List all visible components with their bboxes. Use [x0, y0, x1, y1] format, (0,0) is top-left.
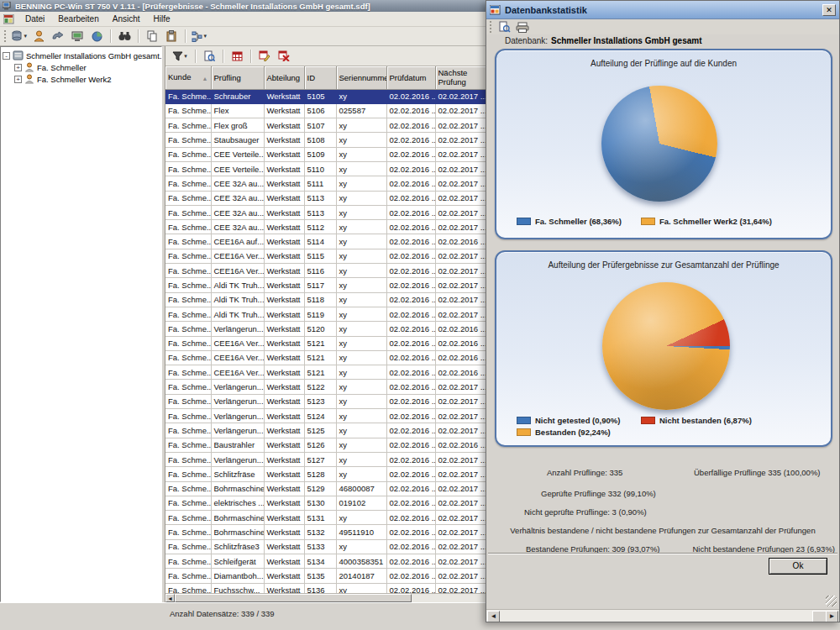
mdi-child-icon[interactable]: [3, 14, 14, 24]
table-row[interactable]: Fa. Schme...BaustrahlerWerkstatt5126xy02…: [165, 438, 493, 452]
scrollbar-thumb[interactable]: [175, 594, 412, 602]
table-cell: 02.02.2017 ...: [435, 264, 493, 278]
table-row[interactable]: Fa. Schme...CEE16A Ver...Werkstatt5121xy…: [165, 350, 493, 365]
column-header-id[interactable]: ID: [304, 66, 336, 89]
table-cell: Werkstatt: [264, 89, 304, 103]
table-cell: Fa. Schme...: [165, 380, 211, 394]
table-row[interactable]: Fa. Schme...CEE 32A au...Werkstatt5113xy…: [165, 205, 493, 219]
expand-box-icon[interactable]: +: [14, 76, 22, 83]
window-title: BENNING PC-Win ST 750 V 1.11 - [Prüferge…: [15, 2, 370, 11]
hierarchy-filter-icon[interactable]: ▾: [191, 29, 207, 45]
toolbar-grip[interactable]: [490, 21, 492, 33]
menu-datei[interactable]: Datei: [19, 13, 50, 25]
table-cell: Werkstatt: [264, 350, 304, 365]
calendar-edit-icon[interactable]: [256, 48, 273, 64]
user-icon[interactable]: [30, 29, 47, 45]
table-row[interactable]: Fa. Schme...BohrmaschineWerkstatt5129468…: [165, 481, 493, 496]
toolbar-separator: [110, 29, 111, 43]
table-row[interactable]: Fa. Schme...FlexWerkstatt510602558702.02…: [165, 103, 493, 118]
table-cell: xy: [336, 133, 386, 147]
toolbar-separator: [195, 50, 196, 63]
table-row[interactable]: Fa. Schme...Flex großWerkstatt5107xy02.0…: [165, 118, 493, 133]
table-cell: Fa. Schme...: [165, 220, 211, 234]
table-row[interactable]: Fa. Schme...CEE16A auf...Werkstatt5114xy…: [165, 234, 493, 249]
table-row[interactable]: Fa. Schme...BohrmaschineWerkstatt5132495…: [165, 525, 493, 539]
table-cell: xy: [336, 205, 386, 219]
table-cell: CEE16A Ver...: [211, 350, 264, 365]
table-row[interactable]: Fa. Schme...elektrisches ...Werkstatt513…: [165, 496, 493, 510]
column-header-kunde[interactable]: Kunde▲: [165, 66, 211, 89]
database-statistics-dialog: Datenbankstatistik ✕ Datenbank: Schmelle…: [486, 0, 840, 622]
table-cell: Werkstatt: [264, 278, 304, 292]
table-row[interactable]: Fa. Schme...CEE Verteile...Werkstatt5110…: [165, 161, 493, 176]
ok-button[interactable]: Ok: [769, 558, 827, 575]
expand-box-icon[interactable]: +: [14, 64, 22, 71]
database-icon[interactable]: ▾: [11, 29, 28, 45]
table-cell: 02.02.2016 ...: [386, 423, 435, 438]
dialog-horizontal-scrollbar[interactable]: ◄ ►: [486, 609, 839, 622]
paste-icon[interactable]: [163, 29, 180, 45]
table-row[interactable]: Fa. Schme...Verlängerun...Werkstatt5125x…: [165, 423, 493, 438]
column-header-naechste-pruefung[interactable]: Nächste Prüfung: [435, 66, 493, 89]
import-arrow-icon[interactable]: [50, 29, 66, 45]
column-header-pruefdatum[interactable]: Prüfdatum: [386, 66, 435, 89]
menu-bearbeiten[interactable]: Bearbeiten: [52, 13, 104, 25]
printer-icon[interactable]: [516, 22, 529, 33]
column-header-abteilung[interactable]: Abteilung: [264, 66, 304, 89]
table-row[interactable]: Fa. Schme...Verlängerun...Werkstatt5122x…: [165, 380, 493, 394]
copy-icon[interactable]: [144, 29, 160, 45]
menu-hilfe[interactable]: Hilfe: [148, 13, 176, 25]
table-row[interactable]: Fa. Schme...CEE 32A au...Werkstatt5112xy…: [165, 220, 493, 234]
tree-root[interactable]: - Schmeller Installations GmbH gesamt.sd…: [3, 50, 160, 61]
table-row[interactable]: Fa. Schme...Diamantboh...Werkstatt513520…: [165, 569, 493, 583]
preview-icon[interactable]: [201, 48, 218, 64]
calendar-delete-icon[interactable]: [276, 48, 292, 64]
table-cell: 20140187: [336, 569, 386, 583]
toolbar-grip[interactable]: [4, 30, 7, 42]
scroll-left-icon[interactable]: ◄: [165, 594, 175, 602]
column-header-pruefling[interactable]: Prüfling: [211, 66, 264, 89]
table-row[interactable]: Fa. Schme...StaubsaugerWerkstatt5108xy02…: [165, 133, 493, 147]
preview-icon[interactable]: [499, 21, 511, 33]
table-row[interactable]: Fa. Schme...CEE16A Ver...Werkstatt5121xy…: [165, 365, 493, 380]
table-row[interactable]: Fa. Schme...Verlängerun...Werkstatt5123x…: [165, 394, 493, 408]
table-cell: Werkstatt: [264, 380, 304, 394]
table-row[interactable]: Fa. Schme...Verlängerun...Werkstatt5124x…: [165, 409, 493, 423]
table-row[interactable]: Fa. Schme...Aldi TK Truh...Werkstatt5117…: [165, 278, 493, 292]
tree-item-schmeller-werk2[interactable]: + Fa. Schmeller Werk2: [14, 73, 160, 85]
calendar-red-icon[interactable]: [228, 48, 245, 64]
table-row[interactable]: Fa. Schme...SchleifgerätWerkstatt5134400…: [165, 554, 493, 569]
table-row[interactable]: Fa. Schme...Verlängerun...Werkstatt5127x…: [165, 452, 493, 466]
collapse-box-icon[interactable]: -: [3, 52, 10, 60]
scroll-right-icon[interactable]: ►: [826, 611, 838, 622]
table-row[interactable]: Fa. Schme...Aldi TK Truh...Werkstatt5118…: [165, 292, 493, 307]
legend-item: Nicht getested (0,90%): [517, 416, 641, 425]
table-row[interactable]: Fa. Schme...BohrmaschineWerkstatt5131xy0…: [165, 511, 493, 525]
tree-item-schmeller[interactable]: + Fa. Schmeller: [14, 61, 160, 73]
table-cell: 5129: [304, 481, 336, 496]
table-row[interactable]: Fa. Schme...CEE 32A au...Werkstatt5111xy…: [165, 176, 493, 191]
column-header-seriennummer[interactable]: Seriennummer: [336, 66, 386, 89]
binoculars-icon[interactable]: [116, 29, 133, 45]
table-row[interactable]: Fa. Schme...Aldi TK Truh...Werkstatt5119…: [165, 307, 493, 321]
table-row[interactable]: Fa. Schme...CEE16A Ver...Werkstatt5121xy…: [165, 336, 493, 350]
table-row[interactable]: Fa. Schme...CEE Verteile...Werkstatt5109…: [165, 147, 493, 161]
table-row[interactable]: Fa. Schme...CEE16A Ver...Werkstatt5116xy…: [165, 264, 493, 278]
funnel-icon[interactable]: ▾: [170, 48, 190, 64]
resize-grip[interactable]: [826, 596, 837, 606]
table-row[interactable]: Fa. Schme...SchlitzfräseWerkstatt5128xy0…: [165, 467, 493, 481]
table-row[interactable]: Fa. Schme...CEE 32A au...Werkstatt5113xy…: [165, 191, 493, 205]
table-row[interactable]: Fa. Schme...Fuchsschw...Werkstatt5136xy0…: [165, 583, 493, 593]
table-row[interactable]: Fa. Schme...SchrauberWerkstatt5105xy02.0…: [165, 89, 493, 103]
table-cell: Fa. Schme...: [165, 423, 211, 438]
monitor-icon[interactable]: [69, 29, 86, 45]
menu-ansicht[interactable]: Ansicht: [107, 13, 146, 25]
table-row[interactable]: Fa. Schme...Schlitzfräse3Werkstatt5133xy…: [165, 539, 493, 554]
table-row[interactable]: Fa. Schme...CEE16A Ver...Werkstatt5115xy…: [165, 249, 493, 263]
close-icon[interactable]: ✕: [822, 4, 836, 16]
table-row[interactable]: Fa. Schme...Verlängerun...Werkstatt5120x…: [165, 322, 493, 336]
table-cell: 02.02.2017 ...: [435, 307, 493, 321]
scroll-left-icon[interactable]: ◄: [487, 611, 500, 622]
table-cell: CEE 32A au...: [211, 176, 264, 191]
globe-icon[interactable]: [88, 29, 105, 45]
